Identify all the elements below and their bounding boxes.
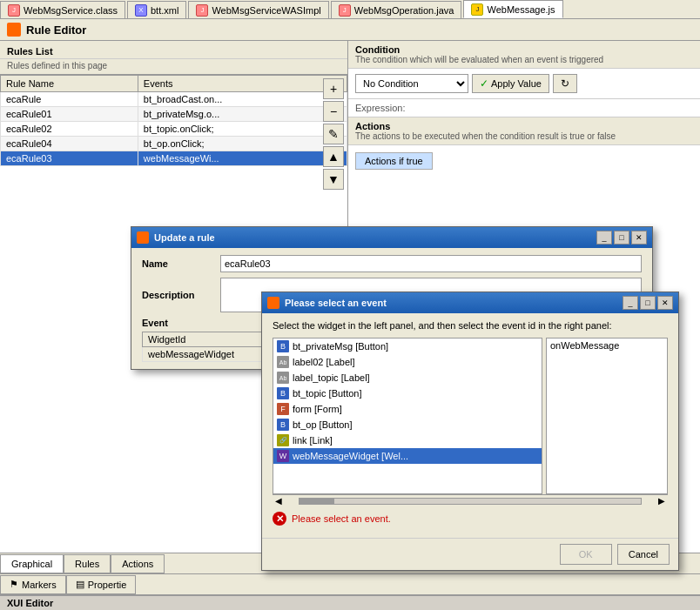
table-row[interactable]: ecaRule04bt_op.onClick; bbox=[1, 137, 347, 151]
hscroll-thumb[interactable] bbox=[300, 499, 334, 504]
rules-list-title: Rules List bbox=[0, 41, 347, 59]
update-dialog-icon bbox=[137, 231, 149, 244]
name-row: Name bbox=[142, 255, 642, 272]
list-item[interactable]: 🔗link [Link] bbox=[273, 432, 542, 448]
tab-webmsgservicewasimpl[interactable]: J WebMsgServiceWASImpl bbox=[188, 1, 328, 18]
list-item[interactable]: Bbt_topic [Button] bbox=[273, 385, 542, 401]
update-dialog-close[interactable]: ✕ bbox=[631, 231, 647, 245]
java-icon-2: J bbox=[196, 4, 208, 17]
update-dialog-minimize[interactable]: _ bbox=[596, 231, 612, 245]
hscroll-left[interactable]: ◀ bbox=[273, 496, 285, 506]
toolbar-buttons: + − ✎ ▲ ▼ bbox=[323, 78, 344, 190]
apply-value-button[interactable]: ✓ Apply Value bbox=[472, 74, 549, 93]
table-row[interactable]: ecaRule01bt_privateMsg.o... bbox=[1, 107, 347, 122]
rules-table: Rule Name Events ecaRulebt_broadCast.on.… bbox=[0, 75, 347, 166]
rule-events-cell: bt_op.onClick; bbox=[138, 137, 347, 151]
tab-graphical[interactable]: Graphical bbox=[0, 554, 64, 573]
event-id-item[interactable]: onWebMessage bbox=[547, 339, 667, 352]
hscroll-track bbox=[299, 498, 642, 505]
table-row[interactable]: ecaRule03webMessageWi... bbox=[1, 151, 347, 166]
select-event-minimize[interactable]: _ bbox=[623, 296, 638, 310]
markers-tab[interactable]: ⚑ Markers bbox=[0, 575, 66, 594]
select-event-body: Select the widget in the left panel, and… bbox=[262, 313, 678, 538]
label-icon: Ab bbox=[277, 372, 289, 384]
select-event-dialog: Please select an event _ □ ✕ Select the … bbox=[261, 292, 679, 571]
rule-name-cell: ecaRule04 bbox=[1, 137, 138, 151]
add-rule-button[interactable]: + bbox=[323, 78, 344, 99]
condition-dropdown[interactable]: No Condition bbox=[355, 74, 468, 93]
select-event-icon bbox=[267, 297, 279, 309]
select-event-maximize[interactable]: □ bbox=[640, 296, 656, 310]
tab-webmsgoperation[interactable]: J WebMsgOperation.java bbox=[331, 1, 462, 18]
move-up-button[interactable]: ▲ bbox=[323, 146, 344, 167]
actions-title: Actions bbox=[355, 121, 693, 131]
rule-name-cell: ecaRule01 bbox=[1, 107, 138, 122]
actions-if-true-container: Actions if true bbox=[348, 145, 700, 177]
name-label: Name bbox=[142, 258, 220, 269]
move-down-button[interactable]: ▼ bbox=[323, 169, 344, 190]
hscroll-right[interactable]: ▶ bbox=[656, 496, 668, 506]
rule-name-cell: ecaRule02 bbox=[1, 122, 138, 137]
marker-icon: ⚑ bbox=[10, 579, 18, 590]
edit-rule-button[interactable]: ✎ bbox=[323, 124, 344, 144]
table-row[interactable]: ecaRulebt_broadCast.on... bbox=[1, 92, 347, 107]
select-event-title: Please select an event bbox=[267, 297, 387, 309]
rule-editor-title: Rule Editor bbox=[26, 23, 86, 37]
refresh-button[interactable]: ↻ bbox=[553, 74, 577, 93]
properties-tab[interactable]: ▤ Propertie bbox=[66, 575, 137, 594]
list-item[interactable]: Fform [Form] bbox=[273, 401, 542, 417]
checkmark-icon: ✓ bbox=[480, 77, 488, 90]
condition-controls: No Condition ✓ Apply Value ↻ bbox=[348, 69, 700, 99]
label-icon: Ab bbox=[277, 356, 289, 368]
tab-rules[interactable]: Rules bbox=[64, 554, 111, 573]
list-item[interactable]: WwebMessageWidget [Wel... bbox=[273, 448, 542, 464]
button-icon: B bbox=[277, 340, 289, 352]
rules-list-subtitle: Rules defined in this page bbox=[0, 59, 347, 75]
rule-events-cell: bt_broadCast.on... bbox=[138, 92, 347, 107]
button-icon: B bbox=[277, 419, 289, 431]
actions-desc: The actions to be executed when the cond… bbox=[355, 131, 693, 141]
rule-editor-icon bbox=[7, 23, 21, 37]
rule-events-cell: webMessageWi... bbox=[138, 151, 347, 166]
list-item[interactable]: Ablabel02 [Label] bbox=[273, 354, 542, 370]
tab-bar: J WebMsgService.class X btt.xml J WebMsg… bbox=[0, 0, 700, 19]
select-event-controls: _ □ ✕ bbox=[623, 296, 673, 310]
select-event-footer: OK Cancel bbox=[262, 538, 678, 570]
tab-btt-xml[interactable]: X btt.xml bbox=[127, 1, 186, 18]
hscroll[interactable]: ◀ ▶ bbox=[273, 494, 668, 506]
bottom-markers: ⚑ Markers ▤ Propertie bbox=[0, 573, 700, 594]
tab-webmessage-js[interactable]: J WebMessage.js bbox=[463, 0, 562, 18]
list-item[interactable]: Bbt_privateMsg [Button] bbox=[273, 339, 542, 354]
java-icon: J bbox=[8, 4, 20, 17]
rule-events-cell: bt_privateMsg.o... bbox=[138, 107, 347, 122]
remove-rule-button[interactable]: − bbox=[323, 101, 344, 122]
update-dialog-title: Update a rule bbox=[137, 231, 215, 244]
error-message: Please select an event. bbox=[292, 513, 391, 524]
widget-list-panel[interactable]: Bbt_privateMsg [Button]Ablabel02 [Label]… bbox=[273, 338, 542, 494]
table-row[interactable]: ecaRule02bt_topic.onClick; bbox=[1, 122, 347, 137]
expression-label: Expression: bbox=[348, 99, 700, 117]
select-event-close[interactable]: ✕ bbox=[657, 296, 673, 310]
tab-webmsgservice[interactable]: J WebMsgService.class bbox=[0, 1, 125, 18]
rule-name-cell: ecaRule bbox=[1, 92, 138, 107]
js-icon: J bbox=[471, 3, 483, 16]
update-dialog-maximize[interactable]: □ bbox=[614, 231, 629, 245]
rule-name-cell: ecaRule03 bbox=[1, 151, 138, 166]
ok-button[interactable]: OK bbox=[560, 544, 612, 565]
condition-desc: The condition which will be evaluated wh… bbox=[355, 55, 693, 64]
event-id-panel[interactable]: onWebMessage bbox=[546, 338, 668, 494]
error-row: ✕ Please select an event. bbox=[273, 506, 668, 531]
actions-header: Actions The actions to be executed when … bbox=[348, 117, 700, 145]
link-icon: 🔗 bbox=[277, 434, 289, 446]
actions-if-true-tab[interactable]: Actions if true bbox=[355, 152, 433, 170]
list-item[interactable]: Bbt_op [Button] bbox=[273, 417, 542, 432]
name-input[interactable] bbox=[220, 255, 642, 272]
cancel-button[interactable]: Cancel bbox=[617, 544, 670, 565]
properties-icon: ▤ bbox=[76, 579, 84, 590]
update-dialog-titlebar: Update a rule _ □ ✕ bbox=[131, 227, 652, 248]
list-item[interactable]: Ablabel_topic [Label] bbox=[273, 370, 542, 385]
description-label: Description bbox=[142, 290, 220, 300]
tab-actions[interactable]: Actions bbox=[111, 554, 165, 573]
select-event-panels: Bbt_privateMsg [Button]Ablabel02 [Label]… bbox=[273, 338, 668, 494]
update-dialog-controls: _ □ ✕ bbox=[596, 231, 647, 245]
